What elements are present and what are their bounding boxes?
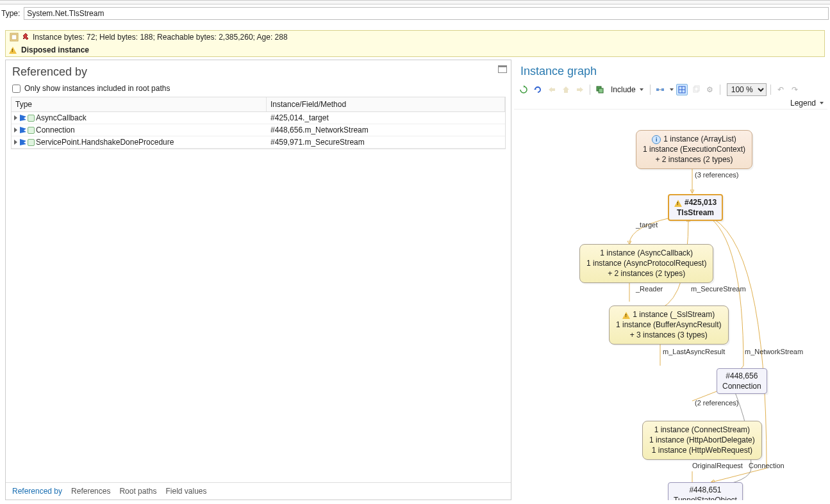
type-cell: Connection <box>36 126 75 134</box>
layers-icon[interactable] <box>594 84 606 95</box>
svg-rect-1 <box>12 35 17 40</box>
instance-cell: #459,971.m_SecureStream <box>267 136 505 148</box>
refresh-icon[interactable] <box>518 84 529 95</box>
flag-icon <box>20 127 26 133</box>
edge-connection: Connection <box>749 462 784 469</box>
reload-icon[interactable] <box>532 84 544 95</box>
table-header: Type Instance/Field/Method <box>12 97 505 112</box>
tab-referenced-by[interactable]: Referenced by <box>12 487 62 496</box>
node-asynccallback[interactable]: 1 instance (AsyncCallback) 1 instance (A… <box>579 244 713 283</box>
include-dropdown[interactable]: Include <box>608 85 646 94</box>
layout-dropdown[interactable] <box>670 88 674 91</box>
layout-auto-icon[interactable] <box>676 84 688 95</box>
node-connectstream[interactable]: 1 instance (ConnectStream) 1 instance (H… <box>642 421 762 460</box>
col-type[interactable]: Type <box>12 97 267 111</box>
svg-rect-5 <box>661 88 664 91</box>
edge-securestream: m_SecureStream <box>691 285 746 293</box>
root-paths-checkbox[interactable] <box>12 85 21 93</box>
instance-graph-title: Instance graph <box>514 60 827 82</box>
svg-rect-4 <box>656 88 659 91</box>
edge-2refs: (2 references) <box>695 399 738 407</box>
tab-references[interactable]: References <box>71 487 110 496</box>
redo-icon: ↷ <box>789 84 801 95</box>
info-bar: Instance bytes: 72; Held bytes: 188; Rea… <box>5 30 825 57</box>
info-text: Instance bytes: 72; Held bytes: 188; Rea… <box>33 33 288 42</box>
nav-fwd-icon <box>574 84 586 95</box>
edge-networkstream: m_NetworkStream <box>745 348 803 355</box>
expand-icon[interactable] <box>14 115 17 120</box>
node-connection[interactable]: #448,656 Connection <box>717 368 767 394</box>
disposed-text: Disposed instance <box>21 45 89 54</box>
nav-home-icon <box>560 84 572 95</box>
edge-reader: _Reader <box>636 285 663 293</box>
link-icon <box>28 139 35 146</box>
node-tlsstream[interactable]: #425,013 TlsStream <box>668 194 723 221</box>
instance-cell: #448,656.m_NetworkStream <box>267 124 505 136</box>
tab-field-values[interactable]: Field values <box>165 487 206 496</box>
node-root-group[interactable]: i1 instance (ArrayList) 1 instance (Exec… <box>636 130 752 169</box>
svg-rect-11 <box>695 86 699 91</box>
tab-root-paths[interactable]: Root paths <box>119 487 156 496</box>
nav-back-icon <box>546 84 558 95</box>
maximize-icon[interactable] <box>498 65 507 73</box>
edge-target: _target <box>636 221 658 229</box>
flag-icon <box>20 115 26 121</box>
undo-icon: ↶ <box>775 84 786 95</box>
node-sslstream[interactable]: 1 instance (_SslStream) 1 instance (Buff… <box>609 305 729 345</box>
edge-lastasync: m_LastAsyncResult <box>663 348 725 355</box>
copy-icon <box>690 84 702 95</box>
expand-icon[interactable] <box>14 140 17 145</box>
instance-cell: #425,014._target <box>267 112 505 124</box>
svg-rect-3 <box>599 88 603 93</box>
svg-rect-10 <box>693 87 698 92</box>
col-instance[interactable]: Instance/Field/Method <box>267 97 505 111</box>
link-icon <box>28 127 35 134</box>
instance-icon <box>10 33 19 42</box>
info-icon: i <box>652 135 661 144</box>
warning-icon <box>10 45 19 54</box>
link-icon <box>28 115 35 122</box>
table-row[interactable]: AsyncCallback#425,014._target <box>12 112 505 124</box>
node-tunnelstate[interactable]: #448,651 TunnelStateObject <box>668 482 743 500</box>
zoom-select[interactable]: 100 % <box>727 83 767 96</box>
legend-dropdown[interactable]: Legend <box>790 99 824 108</box>
table-row[interactable]: Connection#448,656.m_NetworkStream <box>12 124 505 136</box>
expand-icon[interactable] <box>14 127 17 133</box>
warning-icon <box>622 312 630 319</box>
table-row[interactable]: ServicePoint.HandshakeDoneProcedure#459,… <box>12 136 505 149</box>
gear-icon: ⚙ <box>704 84 716 95</box>
bottom-tabs: Referenced by References Root paths Fiel… <box>6 482 511 500</box>
edge-3refs: (3 references) <box>695 171 738 179</box>
type-cell: ServicePoint.HandshakeDoneProcedure <box>36 138 174 147</box>
pin-icon <box>21 33 30 42</box>
flag-icon <box>20 139 26 145</box>
type-cell: AsyncCallback <box>36 113 87 122</box>
root-paths-label: Only show instances included in root pat… <box>24 84 170 93</box>
type-label: Type: <box>1 9 20 18</box>
type-input[interactable] <box>24 7 829 20</box>
warning-icon <box>674 200 682 207</box>
referenced-by-title: Referenced by <box>6 60 511 83</box>
edge-origreq: OriginalRequest <box>692 462 743 469</box>
layout-h-icon[interactable] <box>654 84 666 95</box>
